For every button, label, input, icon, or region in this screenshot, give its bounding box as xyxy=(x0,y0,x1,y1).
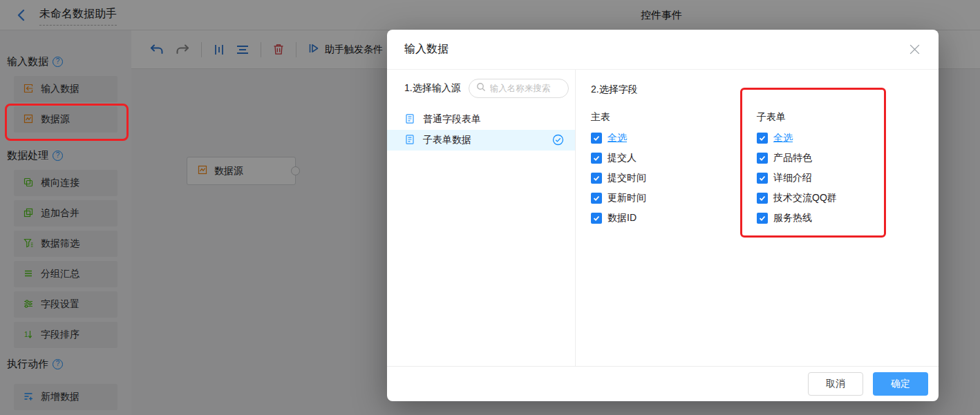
checkbox-checked[interactable] xyxy=(591,153,602,164)
field-row: 数据ID xyxy=(591,213,757,224)
field-row: 技术交流QQ群 xyxy=(757,193,923,204)
source-list: 普通字段表单 子表单数据 xyxy=(387,109,575,151)
source-item-subform-data[interactable]: 子表单数据 xyxy=(387,130,575,151)
confirm-button[interactable]: 确定 xyxy=(873,372,928,396)
app-root: 未命名数据助手 控件事件 输入数据 ? 输入数据 数据源 数据处理 ? xyxy=(0,0,980,415)
checkbox-checked[interactable] xyxy=(757,213,768,224)
checkbox-checked[interactable] xyxy=(757,193,768,204)
field-row: 详细介绍 xyxy=(757,173,923,184)
field-row-select-all: 全选 xyxy=(757,133,923,144)
checkbox-checked[interactable] xyxy=(757,173,768,184)
field-row: 产品特色 xyxy=(757,153,923,164)
selected-check-icon xyxy=(552,134,564,148)
checkbox-checked[interactable] xyxy=(591,133,602,144)
checkbox-checked[interactable] xyxy=(591,173,602,184)
search-icon xyxy=(476,82,486,95)
close-icon[interactable] xyxy=(909,44,921,55)
modal-title: 输入数据 xyxy=(404,42,449,57)
search-box xyxy=(469,79,569,98)
field-row: 服务热线 xyxy=(757,213,923,224)
field-row: 更新时间 xyxy=(591,193,757,204)
input-data-modal: 输入数据 1.选择输入源 xyxy=(387,30,939,401)
checkbox-checked[interactable] xyxy=(591,213,602,224)
step2-label: 2.选择字段 xyxy=(591,84,939,96)
modal-header: 输入数据 xyxy=(387,30,939,70)
fields-panel: 2.选择字段 主表 全选 提交人 xyxy=(576,70,939,366)
modal-footer: 取消 确定 xyxy=(387,366,939,401)
field-row: 提交时间 xyxy=(591,173,757,184)
step1-label: 1.选择输入源 xyxy=(404,82,461,95)
form-document-icon xyxy=(404,134,415,147)
field-row-select-all: 全选 xyxy=(591,133,757,144)
search-input[interactable] xyxy=(490,84,563,93)
modal-body: 1.选择输入源 普通字段表单 xyxy=(387,70,939,366)
field-group-main-table: 主表 全选 提交人 提交时间 xyxy=(591,111,757,233)
source-panel: 1.选择输入源 普通字段表单 xyxy=(387,70,576,366)
field-group-subform: 子表单 全选 产品特色 详细介绍 xyxy=(757,111,923,233)
form-document-icon xyxy=(404,113,415,126)
source-item-normal-form[interactable]: 普通字段表单 xyxy=(387,109,575,130)
checkbox-checked[interactable] xyxy=(591,193,602,204)
checkbox-checked[interactable] xyxy=(757,153,768,164)
cancel-button[interactable]: 取消 xyxy=(808,372,863,396)
field-row: 提交人 xyxy=(591,153,757,164)
checkbox-checked[interactable] xyxy=(757,133,768,144)
